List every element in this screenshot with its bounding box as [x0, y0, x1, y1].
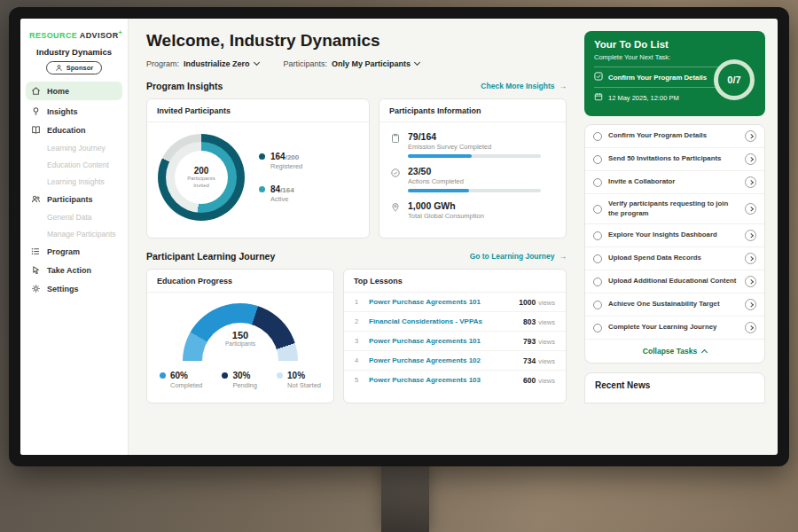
task-item-upload-educational-content[interactable]: Upload Additional Educational Content	[585, 270, 764, 293]
task-label: Explore Your Insights Dashboard	[608, 231, 739, 240]
dashboard-screen: RESOURCE ADVISOR+ Industry Dynamics Spon…	[20, 19, 778, 455]
sidebar-item-settings[interactable]: Settings	[20, 279, 128, 298]
todo-progress-count: 0/7	[727, 74, 740, 85]
chevron-right-icon[interactable]	[745, 276, 756, 287]
progress-bar	[408, 154, 541, 158]
checkbox-icon[interactable]	[593, 278, 602, 286]
monitor-stand	[381, 465, 429, 532]
logo-plus: +	[119, 29, 123, 35]
task-item-confirm-program[interactable]: Confirm Your Program Details	[585, 125, 764, 148]
lesson-link[interactable]: Power Purchase Agreements 101	[369, 298, 512, 306]
check-more-insights-link[interactable]: Check More Insights →	[481, 82, 567, 90]
sidebar-item-label: Education	[47, 126, 86, 135]
program-filter-dropdown[interactable]: Program: Industrialize Zero	[146, 59, 259, 68]
task-item-explore-insights[interactable]: Explore Your Insights Dashboard	[585, 224, 764, 247]
todo-next-task[interactable]: Confirm Your Program Details	[594, 66, 720, 87]
chevron-right-icon[interactable]	[745, 230, 756, 241]
sidebar-nav: Home Insights Education Learning Journey…	[20, 82, 128, 298]
people-icon	[31, 194, 41, 204]
checkbox-icon[interactable]	[593, 205, 602, 214]
sidebar-item-program[interactable]: Program	[20, 242, 128, 261]
actions-completed-stat: 23/50 Actions Completed	[390, 166, 555, 192]
sidebar-item-insights[interactable]: Insights	[20, 102, 128, 121]
checkbox-icon[interactable]	[593, 132, 602, 141]
lesson-rank: 5	[355, 376, 362, 384]
invited-participants-card: Invited Participants 200 Participants In…	[146, 98, 370, 239]
invited-participants-donut-chart: 200 Participants Invited	[158, 134, 245, 221]
section-title: Participant Learning Journey	[146, 251, 275, 262]
sidebar-item-education-content[interactable]: Education Content	[20, 156, 128, 173]
chevron-right-icon[interactable]	[745, 253, 756, 264]
chevron-right-icon[interactable]	[745, 203, 756, 215]
chevron-right-icon[interactable]	[745, 322, 756, 333]
gauge-legend: 60% Completed 30% Pending	[147, 362, 333, 389]
monitor-frame: RESOURCE ADVISOR+ Industry Dynamics Spon…	[9, 7, 789, 466]
sponsor-badge[interactable]: Sponsor	[46, 61, 102, 74]
lesson-link[interactable]: Power Purchase Agreements 103	[369, 376, 516, 384]
task-item-complete-learning-journey[interactable]: Complete Your Learning Journey	[585, 317, 764, 340]
link-label: Check More Insights	[481, 82, 554, 90]
collapse-tasks-link[interactable]: Collapse Tasks	[585, 340, 764, 363]
lesson-link[interactable]: Power Purchase Agreements 101	[369, 337, 516, 345]
legend-item-completed: 60% Completed	[160, 371, 202, 389]
sidebar-item-manage-participants[interactable]: Manage Participants	[20, 225, 128, 242]
filter-value: Industrialize Zero	[184, 59, 250, 68]
task-label: Confirm Your Program Details	[608, 131, 739, 141]
go-to-learning-journey-link[interactable]: Go to Learning Journey →	[470, 252, 567, 261]
lesson-link[interactable]: Power Purchase Agreements 102	[369, 356, 516, 364]
donut-center-label: Participants Invited	[183, 176, 220, 190]
participants-filter-dropdown[interactable]: Participants: Only My Participants	[284, 59, 420, 68]
donut-center: 200 Participants Invited	[175, 151, 228, 204]
checkbox-icon[interactable]	[593, 231, 602, 240]
clipboard-icon	[390, 131, 401, 158]
task-item-upload-spend-data[interactable]: Upload Spend Data Records	[585, 247, 764, 270]
app-logo: RESOURCE ADVISOR+	[20, 27, 128, 45]
todo-progress-ring: 0/7	[714, 59, 755, 100]
gauge-center-value: 150	[183, 330, 298, 340]
cursor-icon	[31, 265, 41, 275]
checkbox-icon[interactable]	[593, 301, 602, 309]
task-item-invite-collaborator[interactable]: Invite a Collaborator	[585, 171, 764, 194]
legend-item-not-started: 10% Not Started	[277, 371, 321, 389]
collapse-label: Collapse Tasks	[643, 347, 697, 356]
pin-icon	[390, 200, 401, 220]
program-insights-header: Program Insights Check More Insights →	[146, 81, 567, 91]
bulb-icon	[31, 106, 41, 116]
sidebar-item-participants[interactable]: Participants	[20, 190, 128, 208]
task-label: Verify participants requesting to join t…	[608, 200, 739, 218]
sidebar-item-take-action[interactable]: Take Action	[20, 261, 128, 279]
stat-value: 23/50	[408, 166, 541, 176]
task-item-send-invitations[interactable]: Send 50 Invitations to Participants	[585, 148, 764, 171]
chevron-right-icon[interactable]	[745, 176, 756, 188]
sidebar-item-education[interactable]: Education	[20, 121, 128, 139]
gauge-center-label: Participants	[183, 340, 298, 347]
emission-survey-stat: 79/164 Emission Survey Completed	[390, 131, 555, 158]
checkbox-icon[interactable]	[593, 254, 602, 263]
donut-center-value: 200	[194, 166, 209, 176]
checkbox-icon[interactable]	[593, 324, 602, 332]
chevron-right-icon[interactable]	[745, 153, 756, 165]
learning-journey-header: Participant Learning Journey Go to Learn…	[146, 251, 567, 262]
sidebar-item-general-data[interactable]: General Data	[20, 208, 128, 225]
chevron-right-icon[interactable]	[745, 299, 756, 310]
progress-bar	[408, 189, 541, 192]
filter-bar: Program: Industrialize Zero Participants…	[146, 59, 567, 68]
task-item-verify-participants[interactable]: Verify participants requesting to join t…	[585, 194, 764, 224]
stat-value: 1,000 GWh	[408, 200, 484, 211]
checkbox-icon[interactable]	[593, 178, 602, 187]
person-icon	[55, 64, 63, 72]
sidebar-item-learning-insights[interactable]: Learning Insights	[20, 173, 128, 190]
org-name: Industry Dynamics	[20, 47, 128, 57]
card-title: Top Lessons	[344, 270, 566, 293]
chevron-right-icon[interactable]	[745, 130, 756, 142]
page-title: Welcome, Industry Dynamics	[146, 31, 567, 51]
sidebar-item-home[interactable]: Home	[26, 82, 122, 100]
lesson-link[interactable]: Financial Considerations - VPPAs	[369, 317, 516, 325]
list-icon	[31, 246, 41, 256]
checkbox-icon[interactable]	[593, 155, 602, 164]
lesson-row: 1 Power Purchase Agreements 101 1000view…	[344, 293, 566, 312]
task-item-achieve-target[interactable]: Achieve One Sustainability Target	[585, 293, 764, 317]
sidebar-item-learning-journey[interactable]: Learning Journey	[20, 139, 128, 156]
task-label: Upload Additional Educational Content	[608, 277, 739, 286]
stat-label: Actions Completed	[408, 177, 541, 185]
